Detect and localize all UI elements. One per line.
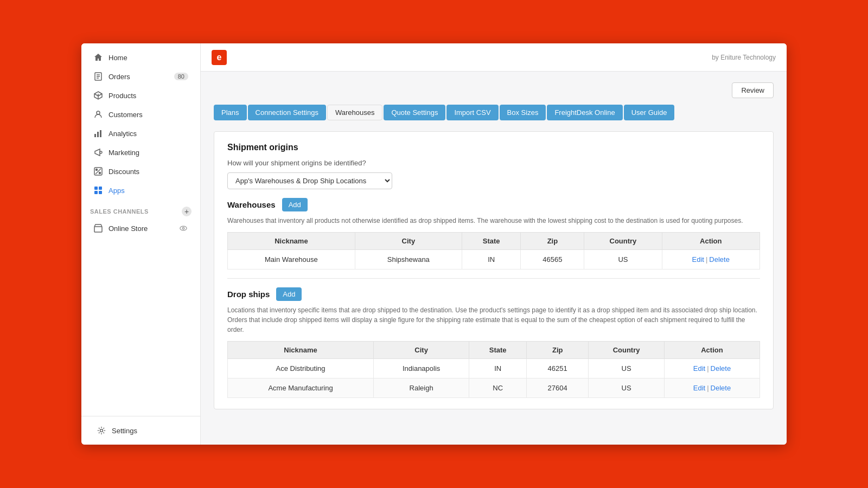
tab-freightdesk-online[interactable]: FreightDesk Online bbox=[547, 105, 622, 120]
col-nickname: Nickname bbox=[228, 233, 355, 250]
warehouses-subsection: Warehouses Add Warehouses that inventory… bbox=[227, 198, 760, 269]
shipment-origins-subtitle: How will your shipment origins be identi… bbox=[227, 159, 760, 167]
warehouses-title: Warehouses bbox=[227, 200, 276, 209]
tab-plans[interactable]: Plans bbox=[214, 105, 247, 120]
customers-icon bbox=[93, 110, 103, 119]
shipment-origins-section: Shipment origins How will your shipment … bbox=[214, 131, 774, 409]
ds-col-zip: Zip bbox=[527, 342, 589, 359]
store-icon bbox=[93, 223, 103, 233]
ds-country-0: US bbox=[589, 359, 665, 378]
sidebar-item-products[interactable]: Products bbox=[85, 86, 197, 105]
discounts-icon bbox=[93, 166, 103, 176]
col-state: State bbox=[462, 233, 521, 250]
ds-zip-0: 46251 bbox=[527, 359, 589, 378]
top-bar: e by Eniture Technology bbox=[201, 43, 787, 72]
ds-col-country: Country bbox=[589, 342, 665, 359]
dropships-description: Locations that inventory specific items … bbox=[227, 305, 760, 335]
app-attribution: by Eniture Technology bbox=[712, 54, 776, 61]
dropships-add-button[interactable]: Add bbox=[276, 287, 302, 301]
app-logo: e bbox=[212, 50, 227, 65]
review-button[interactable]: Review bbox=[732, 82, 774, 98]
orders-badge: 80 bbox=[174, 73, 188, 80]
add-sales-channel-button[interactable]: + bbox=[182, 207, 192, 216]
dropships-header: Drop ships Add bbox=[227, 287, 760, 301]
sales-channels-header: SALES CHANNELS + bbox=[81, 200, 200, 219]
sidebar-item-analytics[interactable]: Analytics bbox=[85, 124, 197, 143]
svg-point-23 bbox=[100, 429, 103, 432]
ds-delete-link-1[interactable]: Delete bbox=[711, 384, 731, 392]
ds-city-1: Raleigh bbox=[374, 378, 469, 398]
ds-action-1: Edit|Delete bbox=[664, 378, 760, 398]
marketing-icon bbox=[93, 147, 103, 157]
home-icon bbox=[93, 53, 103, 62]
warehouse-country: US bbox=[584, 250, 662, 269]
sidebar-nav: Home Orders 80 Products Customers bbox=[81, 43, 200, 416]
warehouse-action: Edit|Delete bbox=[662, 250, 760, 269]
products-icon bbox=[93, 91, 103, 100]
warehouse-state: IN bbox=[462, 250, 521, 269]
tab-quote-settings[interactable]: Quote Settings bbox=[384, 105, 445, 120]
warehouse-delete-link[interactable]: Delete bbox=[709, 255, 730, 264]
ds-city-0: Indianapolis bbox=[374, 359, 469, 378]
ds-state-0: IN bbox=[469, 359, 527, 378]
svg-rect-17 bbox=[99, 187, 102, 190]
svg-line-6 bbox=[98, 94, 102, 96]
svg-rect-20 bbox=[94, 227, 102, 232]
visibility-icon bbox=[178, 223, 188, 233]
ds-zip-1: 27604 bbox=[527, 378, 589, 398]
sidebar-item-home[interactable]: Home bbox=[85, 48, 197, 67]
tab-user-guide[interactable]: User Guide bbox=[624, 105, 675, 120]
warehouses-table: Nickname City State Zip Country Action M… bbox=[227, 232, 760, 269]
ds-col-state: State bbox=[469, 342, 527, 359]
tab-import-csv[interactable]: Import CSV bbox=[446, 105, 498, 120]
sidebar-item-marketing[interactable]: Marketing bbox=[85, 143, 197, 162]
tab-connection-settings[interactable]: Connection Settings bbox=[248, 105, 326, 120]
sidebar-item-discounts[interactable]: Discounts bbox=[85, 162, 197, 181]
ds-col-nickname: Nickname bbox=[228, 342, 374, 359]
tab-warehouses[interactable]: Warehouses bbox=[327, 105, 383, 120]
sidebar-item-customers[interactable]: Customers bbox=[85, 105, 197, 124]
content-header: Review bbox=[214, 82, 774, 98]
table-row: Ace Distributing Indianapolis IN 46251 U… bbox=[228, 359, 760, 378]
ds-nickname-0: Ace Distributing bbox=[228, 359, 374, 378]
main-content: e by Eniture Technology Review Plans Con… bbox=[201, 43, 787, 445]
sidebar-item-settings[interactable]: Settings bbox=[88, 421, 194, 440]
ds-col-city: City bbox=[374, 342, 469, 359]
col-action: Action bbox=[662, 233, 760, 250]
ds-country-1: US bbox=[589, 378, 665, 398]
shipment-origins-dropdown[interactable]: App's Warehouses & Drop Ship Locations S… bbox=[227, 172, 392, 189]
analytics-icon bbox=[93, 129, 103, 138]
warehouses-add-button[interactable]: Add bbox=[282, 198, 308, 211]
ds-delete-link-0[interactable]: Delete bbox=[711, 364, 731, 373]
sidebar-item-apps[interactable]: Apps bbox=[85, 181, 197, 200]
ds-nickname-1: Acme Manufacturing bbox=[228, 378, 374, 398]
warehouses-table-header-row: Nickname City State Zip Country Action bbox=[228, 233, 760, 250]
sidebar-item-online-store[interactable]: Online Store bbox=[85, 219, 197, 237]
shipment-origins-title: Shipment origins bbox=[227, 143, 760, 152]
orders-icon bbox=[93, 72, 103, 81]
sidebar: Home Orders 80 Products Customers bbox=[81, 43, 201, 445]
dropships-subsection: Drop ships Add Locations that inventory … bbox=[227, 287, 760, 398]
warehouse-nickname: Main Warehouse bbox=[228, 250, 355, 269]
warehouse-zip: 46565 bbox=[521, 250, 584, 269]
warehouses-header: Warehouses Add bbox=[227, 198, 760, 211]
ds-edit-link-0[interactable]: Edit bbox=[693, 364, 705, 373]
svg-rect-10 bbox=[100, 130, 101, 137]
warehouses-description: Warehouses that inventory all products n… bbox=[227, 216, 760, 226]
svg-rect-18 bbox=[94, 191, 98, 194]
svg-point-21 bbox=[180, 226, 187, 230]
dropships-table-header-row: Nickname City State Zip Country Action bbox=[228, 342, 760, 359]
svg-rect-9 bbox=[97, 132, 99, 137]
dropships-title: Drop ships bbox=[227, 290, 270, 299]
tab-box-sizes[interactable]: Box Sizes bbox=[500, 105, 546, 120]
ds-col-action: Action bbox=[664, 342, 760, 359]
table-row: Main Warehouse Shipshewana IN 46565 US E… bbox=[228, 250, 760, 269]
warehouse-edit-link[interactable]: Edit bbox=[692, 255, 704, 264]
svg-point-12 bbox=[96, 169, 98, 171]
svg-rect-8 bbox=[94, 134, 96, 137]
sidebar-item-orders[interactable]: Orders 80 bbox=[85, 67, 197, 86]
ds-edit-link-1[interactable]: Edit bbox=[693, 384, 705, 392]
ds-state-1: NC bbox=[469, 378, 527, 398]
table-row: Acme Manufacturing Raleigh NC 27604 US E… bbox=[228, 378, 760, 398]
content-area: Review Plans Connection Settings Warehou… bbox=[201, 72, 787, 445]
